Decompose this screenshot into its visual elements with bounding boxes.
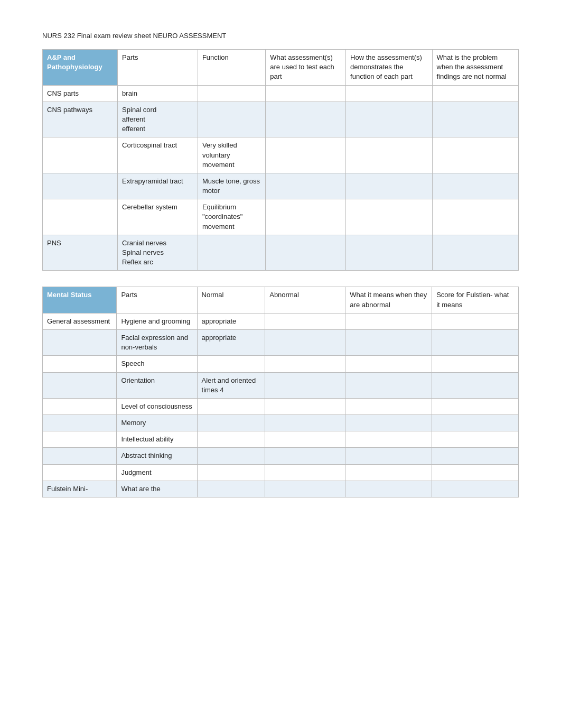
table-cell: Cranial nerves Spinal nerves Reflex arc [118,235,198,271]
table-cell [266,102,346,137]
table-row: Judgment [43,464,519,481]
table-cell [265,464,345,481]
table-cell: appropriate [197,329,265,355]
table-row: Facial expression and non-verbalsappropr… [43,329,519,355]
header-means: What it means when they are abnormal [345,287,432,313]
header-ap: A&P and Pathophysiology [43,50,118,86]
table-cell: Hygiene and grooming [117,313,197,329]
table-cell: CNS pathways [43,102,118,137]
header-parts2: Parts [117,287,197,313]
table-cell: CNS parts [43,85,118,102]
table-cell [198,102,265,137]
table-row: Abstract thinking [43,448,519,464]
table-cell: appropriate [197,313,265,329]
table-cell [345,313,432,329]
table-cell [432,199,519,235]
table-cell [266,199,346,235]
header-function: Function [198,50,265,86]
table-cell [197,415,265,431]
table-cell [266,85,346,102]
table-cell: Abstract thinking [117,448,197,464]
table-cell [432,235,519,271]
table-cell [346,137,432,173]
header-mental-status: Mental Status [43,287,117,313]
table-cell [265,356,345,372]
table-cell [346,102,432,137]
table-cell [346,85,432,102]
header-abnormal: Abnormal [265,287,345,313]
table-cell [197,398,265,414]
table-cell [265,372,345,398]
mental-status-table: Mental Status Parts Normal Abnormal What… [42,287,519,497]
table-cell: Extrapyramidal tract [118,173,198,199]
table-cell: Memory [117,415,197,431]
table-cell [432,102,519,137]
table-cell [432,464,519,481]
table-cell [432,372,519,398]
table-cell [432,448,519,464]
table-cell [197,356,265,372]
table-row: OrientationAlert and oriented times 4 [43,372,519,398]
table-cell: Corticospinal tract [118,137,198,173]
table-cell [266,137,346,173]
table-cell: Judgment [117,464,197,481]
table-cell: Very skilled voluntary movement [198,137,265,173]
table-cell: brain [118,85,198,102]
table-cell: Cerebellar system [118,199,198,235]
table-cell [345,329,432,355]
table-row: PNSCranial nerves Spinal nerves Reflex a… [43,235,519,271]
table-row: Cerebellar systemEquilibrium "coordinate… [43,199,519,235]
table-cell [43,372,117,398]
table-cell [266,173,346,199]
table-cell: Muscle tone, gross motor [198,173,265,199]
header-score: Score for Fulstien- what it means [432,287,519,313]
table-cell: Spinal cord afferent efferent [118,102,198,137]
header-problem: What is the problem when the assessment … [432,50,519,86]
table-cell [43,398,117,414]
table-cell [265,313,345,329]
table-cell [345,431,432,448]
table-cell [198,235,265,271]
table-row: Memory [43,415,519,431]
table-cell [345,356,432,372]
header-how-assessment: How the assessment(s) demonstrates the f… [346,50,432,86]
table-cell [265,431,345,448]
table-cell [345,464,432,481]
table-cell: What are the [117,481,197,497]
header-parts: Parts [118,50,198,86]
table-cell: Alert and oriented times 4 [197,372,265,398]
table-cell [197,431,265,448]
table-cell [197,481,265,497]
table-cell [265,481,345,497]
table-cell [432,85,519,102]
table-cell [43,464,117,481]
table-cell: Speech [117,356,197,372]
table-cell: PNS [43,235,118,271]
table-cell [345,372,432,398]
table-cell [432,313,519,329]
table-cell [43,199,118,235]
table-cell: Level of consciousness [117,398,197,414]
table-cell [43,431,117,448]
table-cell [345,481,432,497]
table-row: Level of consciousness [43,398,519,414]
table-cell [43,329,117,355]
table-cell: Fulstein Mini- [43,481,117,497]
table-row: CNS partsbrain [43,85,519,102]
table-row: Fulstein Mini-What are the [43,481,519,497]
table-cell [345,415,432,431]
table-cell [346,235,432,271]
table-row: General assessmentHygiene and groomingap… [43,313,519,329]
table-cell: Facial expression and non-verbals [117,329,197,355]
table-row: Intellectual ability [43,431,519,448]
table-cell [265,448,345,464]
table-cell [43,356,117,372]
table-row: Corticospinal tractVery skilled voluntar… [43,137,519,173]
table-cell [432,398,519,414]
table-cell [345,398,432,414]
table-row: CNS pathwaysSpinal cord afferent efferen… [43,102,519,137]
table-cell [198,85,265,102]
table-row: Speech [43,356,519,372]
table-cell [43,173,118,199]
table-cell: Orientation [117,372,197,398]
